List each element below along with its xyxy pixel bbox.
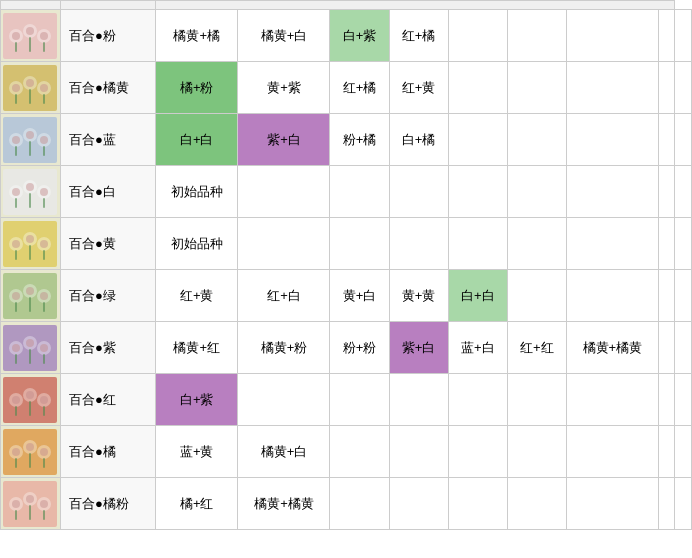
svg-point-64 (12, 396, 20, 404)
svg-rect-16 (29, 89, 31, 104)
flower-name: 百合●粉 (61, 10, 156, 62)
flower-icon (3, 325, 57, 371)
recipe-cell (675, 478, 692, 530)
recipe-cell (507, 166, 566, 218)
flower-image-cell (1, 426, 61, 478)
recipe-cell (566, 10, 658, 62)
main-table-wrap: 百合●粉橘黄+橘橘黄+白白+紫红+橘 百合●橘黄橘+粉黄+紫红+橘红+黄 (0, 0, 692, 530)
recipe-cell: 黄+紫 (238, 62, 330, 114)
recipe-cell: 橘黄+橘黄 (238, 478, 330, 530)
recipe-cell (566, 218, 658, 270)
svg-rect-79 (29, 453, 31, 468)
svg-point-68 (40, 396, 48, 404)
recipe-cell (658, 374, 674, 426)
recipe-cell (566, 270, 658, 322)
svg-point-5 (40, 32, 48, 40)
svg-rect-53 (43, 302, 45, 312)
svg-rect-35 (43, 198, 45, 208)
recipe-cell: 黄+白 (330, 270, 389, 322)
recipe-cell (658, 478, 674, 530)
recipe-cell: 白+橘 (389, 114, 448, 166)
table-row: 百合●白初始品种 (1, 166, 692, 218)
svg-point-77 (40, 448, 48, 456)
recipe-cell (675, 166, 692, 218)
recipe-cell: 橘黄+白 (238, 10, 330, 62)
svg-point-10 (12, 84, 20, 92)
recipe-cell (675, 218, 692, 270)
flower-icon (3, 221, 57, 267)
recipe-cell (448, 218, 507, 270)
recipe-cell: 红+橘 (330, 62, 389, 114)
header-col1 (1, 1, 61, 10)
table-row: 百合●橘黄橘+粉黄+紫红+橘红+黄 (1, 62, 692, 114)
recipe-cell: 橘黄+橘黄 (566, 322, 658, 374)
svg-point-1 (12, 32, 20, 40)
table-row: 百合●蓝白+白紫+白粉+橘白+橘 (1, 114, 692, 166)
svg-rect-26 (43, 146, 45, 156)
recipe-cell (566, 374, 658, 426)
svg-point-30 (26, 183, 34, 191)
flower-image-cell (1, 62, 61, 114)
recipe-cell (658, 166, 674, 218)
svg-rect-71 (43, 406, 45, 416)
svg-rect-51 (15, 302, 17, 312)
flower-image-cell (1, 10, 61, 62)
svg-rect-8 (43, 42, 45, 52)
recipe-cell (448, 62, 507, 114)
svg-rect-89 (43, 510, 45, 520)
recipe-cell (675, 10, 692, 62)
recipe-cell: 红+黄 (389, 62, 448, 114)
svg-rect-25 (29, 141, 31, 156)
svg-rect-15 (15, 94, 17, 104)
svg-rect-62 (43, 354, 45, 364)
svg-point-21 (26, 131, 34, 139)
svg-point-3 (26, 27, 34, 35)
svg-rect-43 (29, 245, 31, 260)
recipe-cell (566, 114, 658, 166)
svg-point-14 (40, 84, 48, 92)
svg-point-59 (40, 344, 48, 352)
flower-icon (3, 65, 57, 111)
recipe-cell (566, 478, 658, 530)
svg-rect-88 (29, 505, 31, 520)
table-row: 百合●黄初始品种 (1, 218, 692, 270)
flower-table: 百合●粉橘黄+橘橘黄+白白+紫红+橘 百合●橘黄橘+粉黄+紫红+橘红+黄 (0, 0, 692, 530)
svg-point-50 (40, 292, 48, 300)
svg-rect-42 (15, 250, 17, 260)
recipe-cell: 蓝+黄 (155, 426, 237, 478)
recipe-cell (389, 218, 448, 270)
flower-icon (3, 13, 57, 59)
flower-name: 百合●红 (61, 374, 156, 426)
table-row: 百合●绿红+黄红+白黄+白黄+黄白+白 (1, 270, 692, 322)
recipe-cell (448, 10, 507, 62)
header-row (1, 1, 692, 10)
recipe-cell (507, 478, 566, 530)
recipe-cell (448, 374, 507, 426)
recipe-cell: 紫+白 (238, 114, 330, 166)
svg-rect-33 (15, 198, 17, 208)
flower-image-cell (1, 114, 61, 166)
recipe-cell (507, 62, 566, 114)
recipe-cell (658, 270, 674, 322)
svg-point-41 (40, 240, 48, 248)
recipe-cell (566, 426, 658, 478)
table-row: 百合●紫橘黄+红橘黄+粉粉+粉紫+白蓝+白红+红橘黄+橘黄 (1, 322, 692, 374)
header-col2 (61, 1, 156, 10)
flower-image-cell (1, 322, 61, 374)
recipe-cell (507, 374, 566, 426)
recipe-cell (448, 426, 507, 478)
recipe-cell (507, 114, 566, 166)
recipe-cell (675, 62, 692, 114)
recipe-cell (389, 166, 448, 218)
recipe-cell (658, 218, 674, 270)
svg-point-48 (26, 287, 34, 295)
flower-icon (3, 481, 57, 527)
svg-point-82 (12, 500, 20, 508)
recipe-cell (330, 426, 389, 478)
svg-point-12 (26, 79, 34, 87)
table-row: 百合●橘粉橘+红橘黄+橘黄 (1, 478, 692, 530)
recipe-cell (330, 218, 389, 270)
recipe-cell (507, 10, 566, 62)
flower-name: 百合●橘 (61, 426, 156, 478)
svg-point-19 (12, 136, 20, 144)
